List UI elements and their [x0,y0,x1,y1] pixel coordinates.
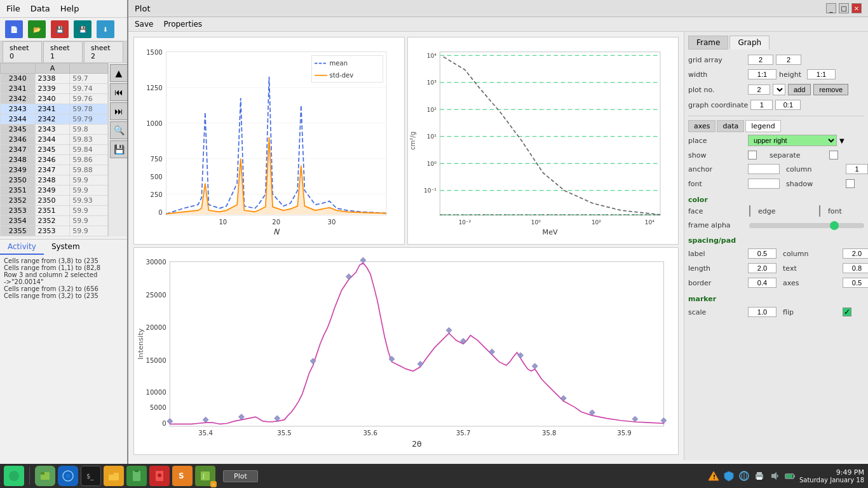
cell-a[interactable]: 2352 [35,216,70,226]
taskbar-clipboard[interactable] [126,466,147,486]
shadow-checkbox[interactable] [846,179,855,188]
cell-a[interactable]: 2342 [35,114,70,125]
taskbar-calc[interactable]: ∫ ~ [195,466,215,486]
menu-file[interactable]: File [6,4,20,13]
table-row[interactable]: 2352235059.93 [1,196,108,206]
cell-a[interactable]: 2349 [35,186,70,196]
tab-system[interactable]: System [44,240,88,255]
graph-coord-input1[interactable] [750,100,773,110]
grid-array-input1[interactable] [748,55,773,65]
import-icon[interactable]: ⬇ [97,20,114,38]
cell-a[interactable]: 2351 [35,206,70,216]
cell-b[interactable]: 59.86 [70,155,108,165]
cell-b[interactable]: 59.7 [70,74,108,84]
open-icon[interactable]: 📂 [28,20,46,38]
scale-input[interactable] [748,307,776,317]
cell-b[interactable]: 59.84 [70,145,108,155]
table-row[interactable]: 2345234359.8 [1,125,108,135]
new-sheet-icon[interactable]: 📄 [5,20,23,38]
sheet-tab-0[interactable]: sheet 0 [3,41,42,62]
label-input[interactable] [748,248,776,259]
menu-save[interactable]: Save [135,20,153,29]
chart-bottom[interactable]: 30000 25000 20000 15000 10000 5000 0 Int… [133,247,679,455]
cell-a[interactable]: 2338 [35,74,70,84]
plot-no-input[interactable] [748,85,770,95]
length-input[interactable] [748,263,776,273]
table-row[interactable]: 2349234759.88 [1,165,108,175]
place-select[interactable]: upper right [748,135,837,146]
cell-b[interactable]: 59.9 [70,186,108,196]
taskbar-files[interactable] [35,466,55,486]
frame-alpha-slider[interactable] [749,223,864,228]
add-button[interactable]: add [788,84,811,95]
cell-b[interactable]: 59.8 [70,125,108,135]
tab-activity[interactable]: Activity [0,240,44,255]
remove-button[interactable]: remove [813,84,848,95]
nav-save2[interactable]: 💾 [110,140,128,158]
border-input[interactable] [748,278,776,288]
table-row[interactable]: 2347234559.84 [1,145,108,155]
cell-a[interactable]: 2340 [35,94,70,104]
table-row[interactable]: 2342234059.76 [1,94,108,104]
taskbar-password[interactable] [149,466,170,486]
table-row[interactable]: 2350234859.9 [1,175,108,186]
frame-alpha-thumb[interactable] [830,221,839,230]
cell-a[interactable]: 2348 [35,175,70,186]
cell-b[interactable]: 59.79 [70,114,108,125]
column2-input[interactable] [843,248,868,259]
table-row[interactable]: 2353235159.9 [1,206,108,216]
table-row[interactable]: 2340233859.7 [1,74,108,84]
taskbar-browser[interactable] [58,466,78,486]
maximize-btn[interactable]: □ [839,3,849,13]
nav-last[interactable]: ⏭ [110,102,128,120]
chart-top-left[interactable]: 1500 1250 1000 750 500 250 0 10 20 30 N [133,37,405,245]
cell-b[interactable]: 59.9 [70,175,108,186]
axes-input[interactable] [843,278,868,288]
text-input[interactable] [843,263,868,273]
minimize-btn[interactable]: _ [826,3,836,13]
table-row[interactable]: 2346234459.83 [1,135,108,145]
show-checkbox[interactable] [748,151,757,159]
cell-a[interactable]: 2341 [35,104,70,114]
edge-color-swatch[interactable] [819,205,820,217]
height-input[interactable] [807,69,836,79]
nav-up[interactable]: ▲ [110,64,128,82]
taskbar-filemanager[interactable] [104,466,124,486]
nav-first[interactable]: ⏮ [110,83,128,101]
taskbar-texteditor[interactable]: S [172,466,193,486]
tab-graph[interactable]: Graph [729,36,770,50]
table-row[interactable]: 2351234959.9 [1,186,108,196]
grid-array-input2[interactable] [776,55,801,65]
sub-tab-data[interactable]: data [717,120,744,132]
cell-a[interactable]: 2345 [35,145,70,155]
cell-a[interactable]: 2346 [35,155,70,165]
table-row[interactable]: 2348234659.86 [1,155,108,165]
width-input[interactable] [748,69,776,79]
sub-tab-axes[interactable]: axes [688,120,715,132]
table-row[interactable]: 2344234259.79 [1,114,108,125]
font-input[interactable] [748,179,780,189]
column-input[interactable] [846,164,868,174]
sheet-tab-1[interactable]: sheet 1 [43,41,83,62]
chart-top-right[interactable]: 10⁴ 10³ 10² 10¹ 10⁰ 10⁻¹ cm²/g 10⁻² 10⁰ … [407,37,679,245]
taskbar-terminal[interactable]: $_ [81,466,101,486]
cell-b[interactable]: 59.9 [70,216,108,226]
save-icon[interactable]: 💾 [51,20,69,38]
graph-coord-input2[interactable] [775,100,801,110]
cell-b[interactable]: 59.93 [70,196,108,206]
cell-a[interactable]: 2344 [35,135,70,145]
cell-b[interactable]: 59.88 [70,165,108,175]
table-row[interactable]: 2355235359.9 [1,226,108,236]
flip-checkbox[interactable]: ✓ [843,308,851,316]
face-color-swatch[interactable] [749,205,750,217]
active-window-btn[interactable]: Plot [223,470,258,482]
cell-a[interactable]: 2339 [35,84,70,94]
cell-a[interactable]: 2343 [35,125,70,135]
cell-b[interactable]: 59.9 [70,206,108,216]
anchor-input[interactable] [748,164,780,174]
nav-zoom[interactable]: 🔍 [110,121,128,139]
menu-properties[interactable]: Properties [163,20,202,29]
close-btn[interactable]: ✕ [851,3,862,13]
sub-tab-legend[interactable]: legend [745,120,781,132]
cell-b[interactable]: 59.76 [70,94,108,104]
